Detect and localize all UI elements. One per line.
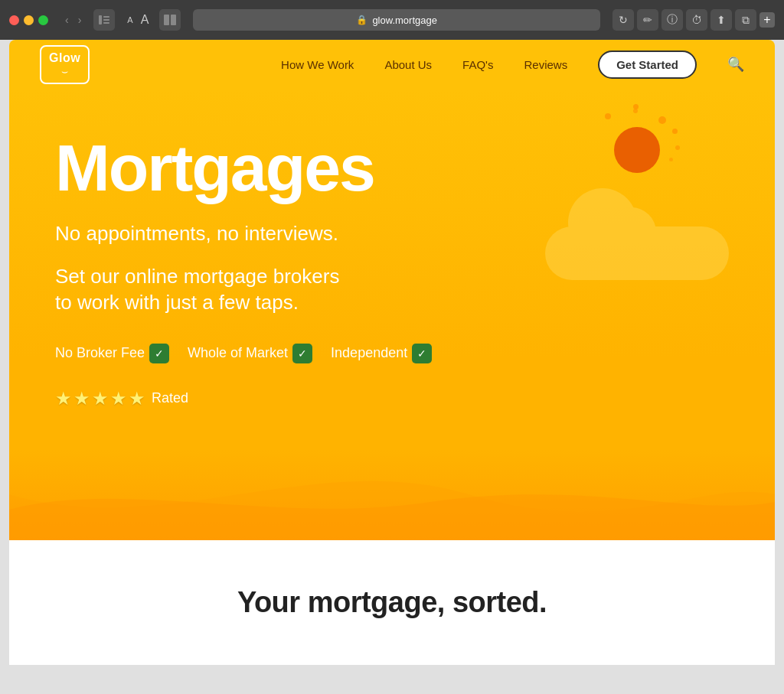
traffic-lights [9, 15, 48, 25]
text-size-controls: A A [124, 11, 152, 28]
sun-decoration [591, 104, 683, 196]
logo-text: Glow [49, 51, 80, 65]
feature-independent-text: Independent [331, 345, 407, 361]
feature-no-broker-fee-text: No Broker Fee [55, 345, 145, 361]
svg-rect-4 [164, 15, 169, 25]
sidebar-icon [99, 15, 109, 24]
svg-rect-0 [99, 15, 102, 24]
new-tab-button[interactable]: + [760, 12, 775, 28]
fullscreen-button[interactable] [38, 15, 48, 25]
browser-viewport: Glow ⌣ How We Work About Us FAQ's Review… [9, 40, 775, 685]
white-section-title: Your mortgage, sorted. [40, 586, 744, 619]
forward-button[interactable]: › [75, 12, 85, 28]
reader-icon [164, 15, 176, 25]
cloud [545, 211, 729, 280]
features-row: No Broker Fee ✓ Whole of Market ✓ Indepe… [55, 344, 729, 363]
url-text: glow.mortgage [372, 15, 437, 26]
check-whole-market: ✓ [292, 344, 312, 363]
info-button[interactable]: ⓘ [662, 9, 683, 31]
text-small[interactable]: A [124, 14, 136, 26]
nav-about-us[interactable]: About Us [384, 58, 432, 71]
star-rating: ★★★★★ [55, 388, 147, 409]
logo[interactable]: Glow ⌣ [40, 45, 90, 84]
svg-rect-2 [103, 19, 109, 21]
svg-rect-1 [103, 16, 109, 18]
minimize-button[interactable] [24, 15, 34, 25]
edit-button[interactable]: ✏ [637, 9, 658, 31]
chrome-right-controls: ↻ ✏ ⓘ ⏱ ⬆ ⧉ + [612, 9, 775, 31]
reload-button[interactable]: ↻ [612, 9, 634, 31]
check-no-broker-fee: ✓ [149, 344, 169, 363]
history-button[interactable]: ⏱ [686, 9, 707, 31]
nav-faqs[interactable]: FAQ's [462, 58, 493, 71]
cloud-decoration [545, 211, 729, 280]
white-section: Your mortgage, sorted. [9, 540, 775, 665]
feature-independent: Independent ✓ [331, 344, 432, 363]
hero-section: Mortgages No appointments, no interviews… [9, 89, 775, 540]
tabs-button[interactable]: ⧉ [735, 9, 756, 31]
sidebar-button[interactable] [93, 9, 115, 31]
lock-icon: 🔒 [356, 15, 368, 25]
feature-no-broker-fee: No Broker Fee ✓ [55, 344, 169, 363]
back-button[interactable]: ‹ [62, 12, 72, 28]
browser-nav: ‹ › [62, 12, 84, 28]
share-button[interactable]: ⬆ [710, 9, 732, 31]
nav-how-we-work[interactable]: How We Work [281, 58, 354, 71]
check-independent: ✓ [412, 344, 432, 363]
rated-text: Rated [152, 390, 188, 406]
navbar: Glow ⌣ How We Work About Us FAQ's Review… [9, 40, 775, 89]
rating-row: ★★★★★ Rated [55, 388, 729, 409]
nav-reviews[interactable]: Reviews [524, 58, 567, 71]
mac-titlebar: ‹ › A A 🔒 glow.mortgage ↻ ✏ ⓘ ⏱ ⬆ ⧉ + [0, 0, 784, 40]
svg-rect-5 [171, 15, 176, 25]
logo-smile: ⌣ [61, 65, 68, 78]
svg-rect-3 [103, 22, 109, 24]
feature-whole-market-text: Whole of Market [188, 345, 288, 361]
nav-links: How We Work About Us FAQ's Reviews Get S… [281, 51, 744, 79]
text-large[interactable]: A [138, 11, 152, 28]
address-bar[interactable]: 🔒 glow.mortgage [193, 9, 600, 31]
close-button[interactable] [9, 15, 19, 25]
get-started-button[interactable]: Get Started [598, 51, 697, 79]
sun-circle [614, 127, 660, 173]
search-icon[interactable]: 🔍 [727, 56, 744, 73]
feature-whole-market: Whole of Market ✓ [188, 344, 312, 363]
wave-decoration [9, 448, 775, 540]
reader-button[interactable] [159, 9, 181, 31]
